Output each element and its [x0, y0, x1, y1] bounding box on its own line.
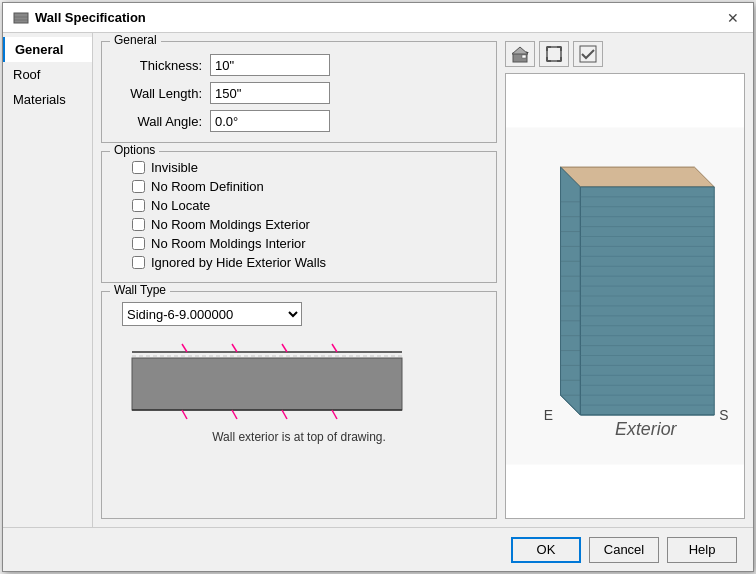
preview-area: E S Exterior — [505, 73, 745, 519]
svg-line-8 — [232, 344, 237, 352]
svg-marker-32 — [580, 187, 714, 415]
svg-line-7 — [182, 344, 187, 352]
no-room-moldings-interior-checkbox[interactable] — [132, 237, 145, 250]
main-content: General Thickness: Wall Length: Wall Ang… — [93, 33, 753, 527]
no-room-definition-checkbox[interactable] — [132, 180, 145, 193]
svg-line-12 — [232, 410, 237, 419]
svg-marker-16 — [512, 47, 528, 54]
dialog-title: Wall Specification — [35, 10, 146, 25]
thickness-input[interactable] — [210, 54, 330, 76]
right-panel: E S Exterior — [505, 41, 745, 519]
cancel-button[interactable]: Cancel — [589, 537, 659, 563]
ignored-hide-exterior-checkbox[interactable] — [132, 256, 145, 269]
checkbox-no-room-moldings-exterior-row: No Room Moldings Exterior — [112, 215, 486, 234]
title-bar: Wall Specification ✕ — [3, 3, 753, 33]
general-group-title: General — [110, 33, 161, 47]
ok-button[interactable]: OK — [511, 537, 581, 563]
wall-length-label: Wall Length: — [112, 86, 202, 101]
help-button[interactable]: Help — [667, 537, 737, 563]
checkbox-invisible-row: Invisible — [112, 158, 486, 177]
sidebar-item-general[interactable]: General — [3, 37, 92, 62]
checkbox-no-locate-row: No Locate — [112, 196, 486, 215]
s-label: S — [719, 407, 728, 423]
wall-angle-label: Wall Angle: — [112, 114, 202, 129]
wall-angle-row: Wall Angle: — [112, 110, 486, 132]
checkbox-ignored-hide-exterior-row: Ignored by Hide Exterior Walls — [112, 253, 486, 272]
svg-rect-5 — [132, 358, 402, 410]
svg-rect-17 — [522, 55, 526, 58]
svg-rect-19 — [547, 47, 561, 61]
e-label: E — [544, 407, 553, 423]
sidebar-item-roof[interactable]: Roof — [3, 62, 92, 87]
no-room-moldings-exterior-checkbox[interactable] — [132, 218, 145, 231]
3d-wall-preview: E S Exterior — [506, 74, 744, 518]
preview-toolbar — [505, 41, 745, 67]
svg-rect-0 — [14, 13, 28, 23]
wall-icon — [13, 10, 29, 26]
close-button[interactable]: ✕ — [723, 8, 743, 28]
no-room-definition-label: No Room Definition — [151, 179, 264, 194]
wall-angle-input[interactable] — [210, 110, 330, 132]
exterior-text: Exterior — [615, 419, 678, 439]
home-view-button[interactable] — [505, 41, 535, 67]
thickness-row: Thickness: — [112, 54, 486, 76]
svg-line-10 — [332, 344, 337, 352]
wall-type-section: Wall Type Siding-6-9.000000 Brick-8 Stuc… — [101, 291, 497, 519]
wall-cross-section-svg — [122, 334, 412, 424]
checkbox-no-room-moldings-interior-row: No Room Moldings Interior — [112, 234, 486, 253]
wall-diagram: Wall exterior is at top of drawing. — [122, 334, 476, 444]
thickness-label: Thickness: — [112, 58, 202, 73]
wall-type-select[interactable]: Siding-6-9.000000 Brick-8 Stucco-6 Defau… — [122, 302, 302, 326]
title-bar-left: Wall Specification — [13, 10, 146, 26]
wall-specification-dialog: Wall Specification ✕ General Roof Materi… — [2, 2, 754, 572]
svg-line-13 — [282, 410, 287, 419]
general-group-box: General Thickness: Wall Length: Wall Ang… — [101, 41, 497, 143]
sidebar: General Roof Materials — [3, 33, 93, 527]
dialog-body: General Roof Materials General Thickness… — [3, 33, 753, 527]
wall-length-input[interactable] — [210, 82, 330, 104]
wall-type-title: Wall Type — [110, 283, 170, 297]
svg-line-14 — [332, 410, 337, 419]
options-title: Options — [110, 143, 159, 157]
options-section: Options Invisible No Room Definition No … — [101, 151, 497, 283]
no-room-moldings-interior-label: No Room Moldings Interior — [151, 236, 306, 251]
svg-marker-30 — [561, 167, 715, 187]
fit-icon — [545, 45, 563, 63]
wall-length-row: Wall Length: — [112, 82, 486, 104]
ignored-hide-exterior-label: Ignored by Hide Exterior Walls — [151, 255, 326, 270]
home-icon — [511, 45, 529, 63]
fit-view-button[interactable] — [539, 41, 569, 67]
checkmark-icon — [579, 45, 597, 63]
invisible-checkbox[interactable] — [132, 161, 145, 174]
bottom-bar: OK Cancel Help — [3, 527, 753, 571]
sidebar-item-materials[interactable]: Materials — [3, 87, 92, 112]
svg-line-9 — [282, 344, 287, 352]
svg-line-11 — [182, 410, 187, 419]
no-locate-label: No Locate — [151, 198, 210, 213]
left-panel: General Thickness: Wall Length: Wall Ang… — [101, 41, 497, 519]
checkbox-no-room-definition-row: No Room Definition — [112, 177, 486, 196]
wall-note: Wall exterior is at top of drawing. — [122, 430, 476, 444]
invisible-label: Invisible — [151, 160, 198, 175]
settings-view-button[interactable] — [573, 41, 603, 67]
no-room-moldings-exterior-label: No Room Moldings Exterior — [151, 217, 310, 232]
no-locate-checkbox[interactable] — [132, 199, 145, 212]
